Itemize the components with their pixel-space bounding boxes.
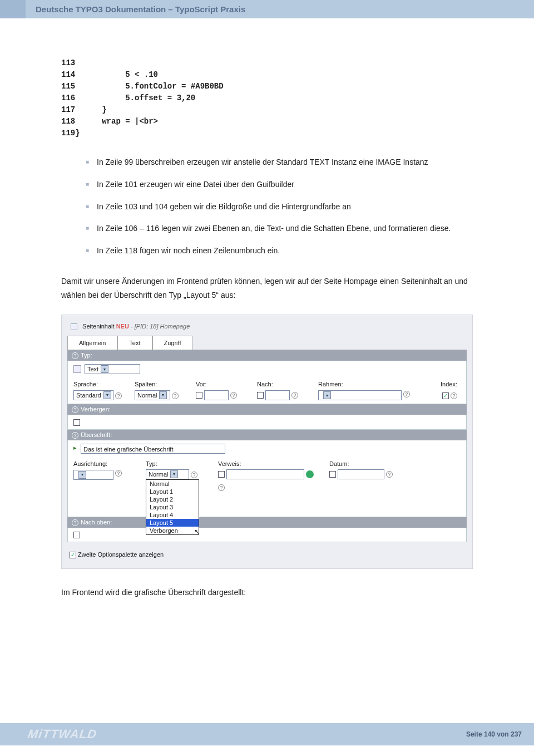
title-pid: - [PID: 18] Homepage	[131, 323, 190, 330]
type-select[interactable]: Text ▾	[85, 364, 140, 374]
code-line: 118 wrap = |<br>	[61, 116, 473, 127]
document-header: Deutsche TYPO3 Dokumentation – TypoScrip…	[0, 0, 534, 18]
header-title: Deutsche TYPO3 Dokumentation – TypoScrip…	[36, 4, 245, 14]
chevron-down-icon: ▾	[159, 391, 167, 399]
ausrichtung-select[interactable]: ▾	[73, 470, 113, 480]
sec-typ-label: Typ:	[81, 352, 92, 359]
list-item: In Zeile 101 erzeugen wir eine Datei übe…	[86, 178, 473, 192]
vor-input[interactable]	[204, 390, 229, 400]
dropdown-option[interactable]: Layout 2	[146, 495, 199, 503]
section-nachoben-body	[67, 528, 467, 542]
section-typ-body: Text ▾ Sprache: Spalten: Vor: Nach: Rahm…	[67, 361, 467, 404]
section-verbergen-body	[67, 415, 467, 429]
title-new: NEU	[116, 323, 129, 330]
spalten-select[interactable]: Normal▾	[135, 390, 170, 400]
lbl-index: Index:	[424, 381, 457, 387]
lbl-rahmen: Rahmen:	[318, 381, 424, 387]
type-value: Text	[87, 366, 98, 372]
content-icon	[71, 323, 77, 330]
help-icon[interactable]: ?	[403, 391, 410, 397]
verweis-checkbox[interactable]	[218, 471, 225, 478]
code-line: 114 5 < .10	[61, 69, 473, 81]
mittwald-logo: MiTTWALD	[27, 727, 98, 742]
second-palette-label: Zweite Optionspalette anzeigen	[78, 551, 164, 558]
list-item: In Zeile 118 fügen wir noch einen Zeilen…	[86, 244, 473, 258]
nach-input[interactable]	[265, 390, 290, 400]
help-icon[interactable]: ?	[218, 484, 225, 491]
sec-nachoben-label: Nach oben:	[81, 519, 112, 526]
help-icon[interactable]: ?	[230, 392, 237, 399]
layout-dropdown[interactable]: NormalLayout 1Layout 2Layout 3Layout 4La…	[146, 479, 199, 535]
help-icon[interactable]: ?	[191, 472, 197, 478]
verbergen-checkbox[interactable]	[73, 419, 80, 426]
nachoben-checkbox[interactable]	[73, 532, 80, 538]
uberschrift-input[interactable]: Das ist eine grafische Überschrift	[81, 444, 225, 454]
lbl-verweis: Verweis:	[218, 460, 329, 467]
code-line: 117 }	[61, 104, 473, 116]
chevron-down-icon: ▾	[103, 391, 111, 399]
code-block: 113114 5 < .10115 5.fontColor = #A9B0BD1…	[61, 57, 473, 139]
section-typ-head: ?Typ:	[67, 350, 467, 361]
list-item: In Zeile 106 – 116 legen wir zwei Ebenen…	[86, 222, 473, 235]
section-nachoben-head: ?Nach oben:	[67, 517, 467, 528]
code-line: 119}	[61, 127, 473, 139]
document-content: 113114 5 < .10115 5.fontColor = #A9B0BD1…	[0, 18, 534, 634]
dropdown-option[interactable]: Normal	[146, 480, 199, 488]
lbl-vor: Vor:	[196, 381, 257, 387]
lbl-ausrichtung: Ausrichtung:	[73, 460, 146, 467]
help-icon[interactable]: ?	[451, 392, 457, 399]
bullet-list: In Zeile 99 überschreiben erzeugen wir a…	[86, 156, 473, 258]
code-line: 116 5.offset = 3,20	[61, 92, 473, 104]
section-verbergen-head: ?Verbergen:	[67, 404, 467, 415]
vor-checkbox[interactable]	[196, 392, 202, 399]
lbl-sprache: Sprache:	[73, 381, 135, 387]
lbl-datum: Datum:	[329, 460, 407, 467]
help-icon[interactable]: ?	[291, 392, 298, 399]
paragraph-2: Im Frontend wird die grafische Überschri…	[61, 586, 473, 600]
code-line: 115 5.fontColor = #A9B0BD	[61, 81, 473, 92]
chevron-down-icon: ▾	[78, 471, 86, 479]
sec-verbergen-label: Verbergen:	[81, 406, 111, 413]
dropdown-option[interactable]: Layout 1	[146, 488, 199, 495]
expand-icon[interactable]: ▸	[73, 444, 77, 451]
record-title: Seiteninhalt NEU - [PID: 18] Homepage	[67, 321, 467, 336]
chevron-down-icon: ▾	[323, 391, 331, 399]
title-prefix: Seiteninhalt	[82, 323, 115, 330]
dropdown-option[interactable]: Verborgen	[146, 527, 199, 534]
tab-text[interactable]: Text	[117, 336, 152, 350]
datum-input[interactable]	[338, 469, 384, 479]
tab-bar: AllgemeinTextZugriff	[67, 336, 467, 350]
chevron-down-icon: ▾	[170, 470, 178, 478]
second-palette-checkbox[interactable]	[70, 552, 76, 558]
paragraph-1: Damit wir unsere Änderungen im Frontend …	[61, 274, 473, 302]
link-wizard-icon[interactable]	[306, 470, 314, 478]
datum-checkbox[interactable]	[329, 471, 336, 478]
dropdown-option[interactable]: Layout 4	[146, 511, 199, 519]
index-checkbox[interactable]	[442, 392, 449, 399]
layout-type-select[interactable]: Normal▾	[146, 469, 189, 479]
second-palette-option[interactable]: Zweite Optionspalette anzeigen	[67, 551, 467, 558]
page-number: Seite 140 von 237	[466, 730, 522, 738]
nach-checkbox[interactable]	[257, 392, 264, 399]
help-icon[interactable]: ?	[386, 471, 393, 478]
text-type-icon	[73, 365, 81, 373]
verweis-input[interactable]	[226, 469, 304, 479]
help-icon[interactable]: ?	[172, 392, 179, 399]
typo3-screenshot: Seiteninhalt NEU - [PID: 18] Homepage Al…	[61, 315, 473, 568]
lbl-typ2: Typ:	[146, 460, 218, 467]
tab-allgemein[interactable]: Allgemein	[67, 336, 117, 350]
section-uberschrift-body: ▸ Das ist eine grafische Überschrift Aus…	[67, 440, 467, 517]
sprache-select[interactable]: Standard▾	[73, 390, 113, 400]
help-icon[interactable]: ?	[115, 392, 122, 399]
document-footer: MiTTWALD Seite 140 von 237	[0, 723, 534, 745]
list-item: In Zeile 103 und 104 geben wir die Bildg…	[86, 200, 473, 214]
dropdown-option[interactable]: Layout 3	[146, 503, 199, 511]
help-icon[interactable]: ?	[115, 470, 122, 477]
dropdown-option[interactable]: Layout 5	[146, 519, 199, 527]
rahmen-select[interactable]: ▾	[318, 390, 402, 400]
list-item: In Zeile 99 überschreiben erzeugen wir a…	[86, 156, 473, 169]
lbl-spalten: Spalten:	[135, 381, 196, 387]
cursor-icon: ↖	[194, 528, 200, 536]
tab-zugriff[interactable]: Zugriff	[152, 336, 193, 350]
lbl-nach: Nach:	[257, 381, 318, 387]
